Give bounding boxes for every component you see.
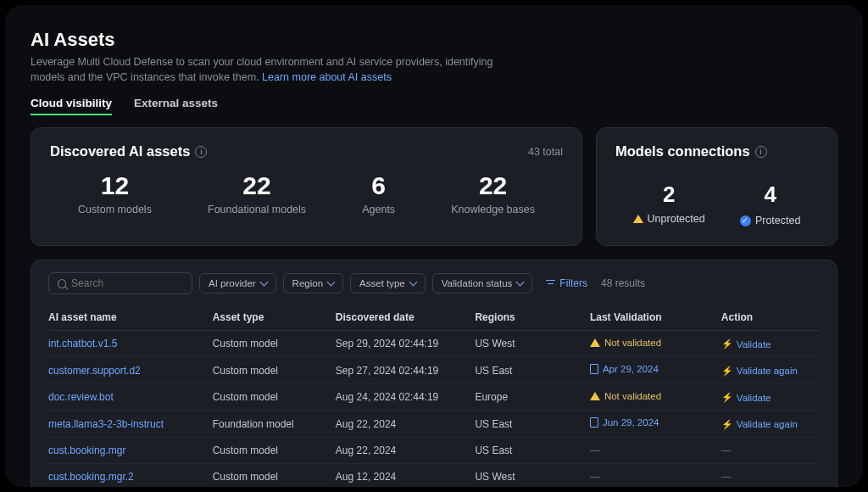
action-empty: —: [721, 444, 732, 456]
stat-label: Knowledge bases: [451, 204, 535, 215]
discovered-date: Aug 22, 2024: [336, 438, 476, 464]
asset-type: Custom model: [213, 438, 336, 464]
col-header-type[interactable]: Asset type: [213, 305, 336, 331]
asset-link[interactable]: cust.booking.mgr.2: [48, 471, 134, 483]
info-icon[interactable]: i: [755, 146, 767, 158]
filter-ai-provider[interactable]: AI provider: [199, 273, 276, 294]
discovered-date: Sep 27, 2024 02:44:19: [336, 357, 476, 384]
region: Europe: [475, 384, 590, 411]
conn-stat-value: 4: [740, 182, 801, 208]
table-panel: AI providerRegionAsset typeValidation st…: [31, 260, 837, 487]
region: US West: [475, 464, 590, 487]
chevron-down-icon: [327, 278, 336, 287]
stat-value: 12: [78, 171, 152, 200]
stat-value: 6: [362, 171, 395, 200]
warning-icon: [590, 392, 600, 400]
warning-icon: [633, 215, 643, 223]
validate-action[interactable]: ⚡Validate: [721, 392, 771, 403]
table-row: customer.support.d2 Custom model Sep 27,…: [48, 357, 820, 384]
discovered-title: Discovered AI assets: [50, 143, 190, 159]
asset-type: Custom model: [213, 331, 336, 357]
tabs: Cloud visibilityExternal assets: [31, 97, 837, 115]
chevron-down-icon: [259, 278, 268, 287]
validation-date[interactable]: Jun 29, 2024: [590, 417, 659, 428]
stat-label: Foundational models: [208, 204, 306, 215]
col-header-regions[interactable]: Regions: [475, 305, 590, 331]
page-subtitle: Leverage Multi Cloud Defense to scan you…: [31, 54, 505, 85]
discovered-date: Aug 22, 2024: [336, 411, 476, 438]
conn-stat-label: Unprotected: [633, 213, 705, 225]
region: US East: [475, 357, 590, 384]
table-row: doc.review.bot Custom model Aug 24, 2024…: [48, 384, 820, 411]
chevron-down-icon: [516, 278, 525, 287]
asset-link[interactable]: doc.review.bot: [48, 391, 114, 403]
table-row: meta.llama3-2-3b-instruct Foundation mod…: [48, 411, 820, 438]
discovered-panel: Discovered AI assets i 43 total 12Custom…: [31, 127, 582, 246]
filter-icon: [546, 280, 555, 288]
validation-warn: Not validated: [590, 391, 661, 401]
asset-link[interactable]: meta.llama3-2-3b-instruct: [48, 418, 164, 430]
filters-button[interactable]: Filters: [546, 277, 587, 289]
connections-panel: Models connections i 2Unprotected4✓Prote…: [596, 127, 837, 246]
connections-title: Models connections: [615, 143, 750, 159]
validation-warn: Not validated: [590, 338, 661, 348]
search-input[interactable]: [48, 272, 192, 294]
asset-link[interactable]: cust.booking.mgr: [48, 444, 125, 456]
bolt-icon: ⚡: [721, 392, 733, 403]
validation-empty: —: [590, 471, 600, 483]
results-count: 48 results: [601, 277, 645, 289]
action-empty: —: [721, 471, 732, 483]
filter-asset-type[interactable]: Asset type: [350, 273, 426, 294]
region: US West: [475, 331, 590, 357]
col-header-action[interactable]: Action: [721, 305, 820, 331]
warning-icon: [590, 338, 600, 347]
table-row: int.chatbot.v1.5 Custom model Sep 29, 20…: [48, 331, 820, 357]
search-icon: [58, 279, 66, 288]
col-header-validation[interactable]: Last Validation: [590, 305, 721, 331]
stat-label: Agents: [362, 204, 395, 215]
stat-value: 22: [208, 171, 306, 200]
tab-cloud-visibility[interactable]: Cloud visibility: [31, 97, 112, 115]
document-icon: [590, 364, 598, 374]
info-icon[interactable]: i: [195, 146, 207, 158]
asset-type: Custom model: [213, 464, 336, 487]
asset-type: Custom model: [213, 384, 336, 411]
stat-value: 22: [451, 171, 535, 200]
discovered-date: Aug 24, 2024 02:44:19: [336, 384, 476, 411]
col-header-name[interactable]: AI asset name: [48, 305, 213, 331]
filter-region[interactable]: Region: [283, 273, 343, 294]
learn-more-link[interactable]: Learn more about AI assets: [262, 71, 392, 83]
conn-stat-value: 2: [633, 182, 705, 208]
check-badge-icon: ✓: [740, 215, 751, 226]
tab-external-assets[interactable]: External assets: [134, 97, 218, 115]
table-row: cust.booking.mgr Custom model Aug 22, 20…: [48, 438, 820, 464]
asset-link[interactable]: int.chatbot.v1.5: [48, 338, 117, 349]
bolt-icon: ⚡: [721, 366, 733, 377]
asset-type: Foundation model: [213, 411, 336, 438]
discovered-date: Aug 12, 2024: [336, 464, 476, 487]
discovered-date: Sep 29, 2024 02:44:19: [336, 331, 476, 357]
col-header-discovered[interactable]: Discovered date: [336, 305, 476, 331]
validation-empty: —: [590, 444, 600, 456]
conn-stat-label: ✓Protected: [740, 215, 801, 226]
validate-action[interactable]: ⚡Validate: [721, 338, 771, 349]
discovered-total: 43 total: [528, 146, 563, 158]
bolt-icon: ⚡: [721, 419, 733, 430]
asset-type: Custom model: [213, 357, 336, 384]
chevron-down-icon: [409, 278, 417, 287]
stat-label: Custom models: [78, 204, 152, 215]
region: US East: [475, 411, 590, 438]
region: US East: [475, 438, 590, 464]
validate-action[interactable]: ⚡Validate again: [721, 366, 798, 377]
page-title: AI Assets: [31, 29, 837, 51]
document-icon: [590, 417, 598, 428]
filter-validation-status[interactable]: Validation status: [432, 273, 533, 294]
validate-action[interactable]: ⚡Validate again: [721, 419, 798, 430]
asset-link[interactable]: customer.support.d2: [48, 365, 141, 377]
bolt-icon: ⚡: [721, 338, 733, 349]
validation-date[interactable]: Apr 29, 2024: [590, 364, 659, 374]
table-row: cust.booking.mgr.2 Custom model Aug 12, …: [48, 464, 820, 487]
